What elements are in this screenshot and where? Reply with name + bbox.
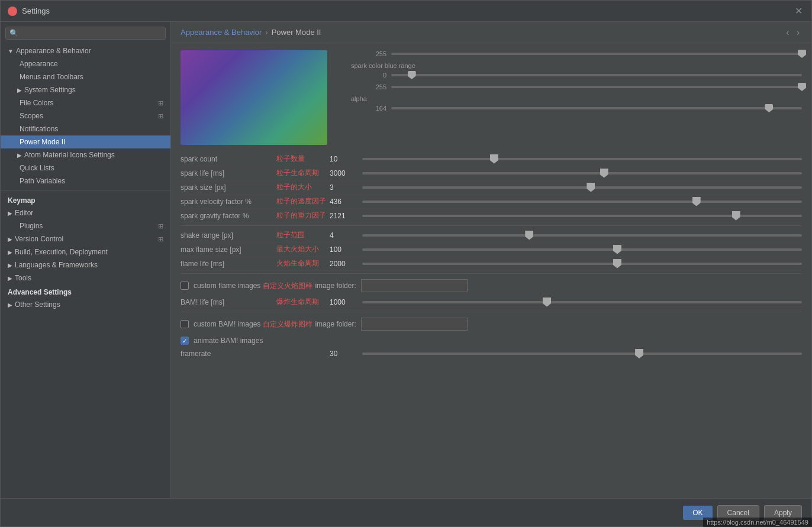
blue-max2-slider-row: 255 xyxy=(351,83,802,90)
sidebar-item-atom-material[interactable]: ▶ Atom Material Icons Settings xyxy=(1,148,170,161)
spark-velocity-value: 436 xyxy=(330,198,362,206)
shake-range-cn: 粒子范围 xyxy=(276,230,330,240)
custom-bam-folder-label: image folder: xyxy=(315,320,356,328)
shake-range-slider[interactable] xyxy=(362,234,802,237)
sidebar-item-tools[interactable]: ▶ Tools xyxy=(1,271,170,284)
expand-arrow-build: ▶ xyxy=(8,249,12,256)
search-box[interactable]: 🔍 xyxy=(5,27,166,40)
sidebar-item-menus-toolbars[interactable]: Menus and Toolbars xyxy=(1,70,170,83)
sidebar-item-keymap[interactable]: Keymap xyxy=(1,193,170,206)
breadcrumb-current: Power Mode II xyxy=(272,28,321,37)
max-flame-thumb xyxy=(613,245,621,254)
spark-life-slider[interactable] xyxy=(362,172,802,174)
breadcrumb: Appearance & Behavior › Power Mode II ‹ … xyxy=(171,22,811,43)
spark-life-value: 3000 xyxy=(330,169,362,177)
custom-bam-row: custom BAM! images 自定义爆炸图样 image folder: xyxy=(181,315,802,334)
framerate-value: 30 xyxy=(330,350,362,358)
expand-arrow: ▶ xyxy=(17,87,22,93)
alpha-label: alpha xyxy=(351,95,802,102)
sidebar-item-file-colors[interactable]: File Colors ⊞ xyxy=(1,96,170,109)
animate-bam-checkbox[interactable] xyxy=(181,337,189,345)
sidebar-item-advanced[interactable]: Advanced Settings xyxy=(1,284,170,298)
main-panel: Appearance & Behavior › Power Mode II ‹ … xyxy=(171,22,811,498)
framerate-slider[interactable] xyxy=(362,353,802,355)
spark-count-row: spark count 粒子数量 10 xyxy=(181,152,802,166)
animate-bam-label: animate BAM! images xyxy=(194,337,263,345)
alpha-thumb xyxy=(765,104,773,112)
spark-velocity-slider[interactable] xyxy=(362,201,802,203)
custom-bam-folder-input[interactable] xyxy=(361,318,468,331)
max-flame-slider[interactable] xyxy=(362,248,802,251)
sidebar-item-notifications[interactable]: Notifications xyxy=(1,122,170,135)
nav-back-button[interactable]: ‹ xyxy=(784,26,791,39)
divider-1 xyxy=(1,190,170,190)
custom-flame-folder-label: image folder: xyxy=(315,282,356,290)
custom-flame-row: custom flame images 自定义火焰图样 image folder… xyxy=(181,276,802,295)
spark-size-cn: 粒子的大小 xyxy=(276,182,330,192)
blue-max2-slider[interactable] xyxy=(391,86,802,88)
window-title: Settings xyxy=(22,7,792,15)
app-icon xyxy=(8,7,17,16)
breadcrumb-parent[interactable]: Appearance & Behavior xyxy=(181,28,262,37)
expand-arrow-vc: ▶ xyxy=(8,236,12,243)
expand-arrow-atom: ▶ xyxy=(17,152,22,159)
bam-life-row: BAM! life [ms] 爆炸生命周期 1000 xyxy=(181,295,802,309)
blue-min-slider[interactable] xyxy=(391,74,802,76)
bam-life-cn: 爆炸生命周期 xyxy=(276,297,330,307)
spark-count-slider[interactable] xyxy=(362,158,802,160)
max-flame-row: max flame size [px] 最大火焰大小 100 xyxy=(181,243,802,257)
collapse-arrow: ▼ xyxy=(8,48,14,54)
spark-life-row: spark life [ms] 粒子生命周期 3000 xyxy=(181,166,802,180)
bam-life-value: 1000 xyxy=(330,298,362,306)
search-input[interactable] xyxy=(21,29,162,37)
custom-flame-folder-input[interactable] xyxy=(361,279,468,292)
sidebar-group-appearance-behavior[interactable]: ▼ Appearance & Behavior xyxy=(1,44,170,57)
flame-life-slider[interactable] xyxy=(362,263,802,265)
settings-rows-container: spark count 粒子数量 10 spark life [ms] 粒子生命… xyxy=(181,152,802,360)
alpha-slider[interactable] xyxy=(391,107,802,109)
framerate-label: framerate xyxy=(181,350,275,358)
spark-life-cn: 粒子生命周期 xyxy=(276,168,330,178)
sidebar-item-version-control[interactable]: ▶ Version Control ⊞ xyxy=(1,232,170,245)
bam-life-thumb xyxy=(543,298,551,307)
spark-life-label: spark life [ms] xyxy=(181,169,275,177)
sidebar-item-power-mode-ii[interactable]: Power Mode II xyxy=(1,135,170,148)
sidebar-item-editor[interactable]: ▶ Editor xyxy=(1,206,170,219)
spark-size-slider[interactable] xyxy=(362,186,802,189)
alpha-value: 164 xyxy=(351,105,386,112)
sidebar-item-plugins[interactable]: Plugins ⊞ xyxy=(1,219,170,232)
sidebar-item-other-settings[interactable]: ▶ Other Settings xyxy=(1,298,170,311)
sidebar-item-system-settings[interactable]: ▶ System Settings xyxy=(1,83,170,96)
sidebar: 🔍 ▼ Appearance & Behavior Appearance Men… xyxy=(1,22,171,498)
expand-arrow-other: ▶ xyxy=(8,302,12,308)
sidebar-item-appearance[interactable]: Appearance xyxy=(1,57,170,70)
framerate-row: framerate 30 xyxy=(181,348,802,360)
sidebar-item-languages[interactable]: ▶ Languages & Frameworks xyxy=(1,258,170,271)
sidebar-item-build[interactable]: ▶ Build, Execution, Deployment xyxy=(1,245,170,258)
custom-bam-label: custom BAM! images xyxy=(194,320,260,328)
blue-top-slider[interactable] xyxy=(391,53,802,55)
sidebar-item-path-variables[interactable]: Path Variables xyxy=(1,174,170,187)
expand-arrow-tools: ▶ xyxy=(8,275,12,282)
close-button[interactable]: ✕ xyxy=(792,5,804,17)
max-flame-label: max flame size [px] xyxy=(181,245,275,254)
spark-life-thumb xyxy=(600,169,608,178)
color-gradient-preview xyxy=(181,50,339,150)
custom-flame-checkbox[interactable] xyxy=(181,282,189,290)
bam-life-slider[interactable] xyxy=(362,301,802,303)
content-area: 🔍 ▼ Appearance & Behavior Appearance Men… xyxy=(1,22,811,498)
blue-top-slider-row: 255 xyxy=(351,50,802,57)
plus-icon: ⊞ xyxy=(158,99,163,107)
max-flame-value: 100 xyxy=(330,245,362,254)
nav-forward-button[interactable]: › xyxy=(794,26,802,39)
titlebar: Settings ✕ xyxy=(1,1,811,22)
spark-gravity-slider[interactable] xyxy=(362,215,802,217)
sidebar-item-scopes[interactable]: Scopes ⊞ xyxy=(1,109,170,122)
blue-max2-thumb xyxy=(798,83,806,91)
shake-range-label: shake range [px] xyxy=(181,231,275,240)
breadcrumb-separator: › xyxy=(265,28,268,37)
custom-bam-checkbox[interactable] xyxy=(181,320,189,328)
flame-life-value: 2000 xyxy=(330,260,362,268)
sidebar-item-quick-lists[interactable]: Quick Lists xyxy=(1,161,170,174)
blue-min-slider-row: 0 xyxy=(351,72,802,79)
